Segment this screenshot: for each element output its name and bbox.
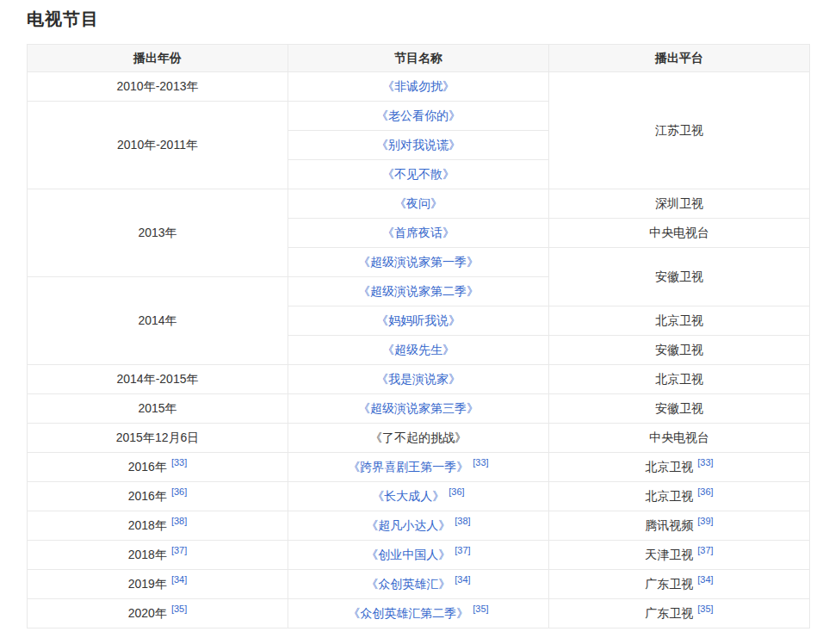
year-text: 2016年: [128, 489, 167, 503]
reference-link[interactable]: [34]: [455, 574, 470, 585]
year-cell: 2015年: [28, 394, 288, 424]
program-cell: 《非诚勿扰》: [288, 72, 549, 102]
column-header-2: 播出平台: [549, 45, 810, 72]
program-link[interactable]: 《首席夜话》: [382, 226, 455, 239]
column-header-1: 节目名称: [288, 45, 549, 72]
platform-text: 北京卫视: [645, 489, 693, 503]
tv-programs-table: 播出年份节目名称播出平台 2010年-2013年《非诚勿扰》江苏卫视2010年-…: [27, 44, 810, 629]
reference-link[interactable]: [38]: [455, 516, 470, 526]
platform-cell: 深圳卫视: [549, 189, 810, 219]
reference-link[interactable]: [36]: [697, 486, 713, 497]
platform-text: 安徽卫视: [655, 269, 703, 283]
reference: [39]: [697, 516, 713, 526]
program-link[interactable]: 《超级演说家第一季》: [358, 255, 479, 269]
platform-cell: 天津卫视[37]: [549, 541, 810, 570]
table-body: 2010年-2013年《非诚勿扰》江苏卫视2010年-2011年《老公看你的》《…: [28, 72, 810, 629]
reference-link[interactable]: [34]: [697, 574, 713, 585]
platform-text: 中央电视台: [649, 430, 709, 444]
table-row: 2019年[34]《众创英雄汇》[34]广东卫视[34]: [28, 570, 810, 599]
year-cell: 2018年[37]: [28, 541, 288, 570]
platform-cell: 北京卫视: [549, 307, 810, 336]
table-row: 2014年-2015年《我是演说家》北京卫视: [28, 365, 810, 394]
reference-link[interactable]: [33]: [697, 457, 713, 468]
reference: [34]: [171, 574, 187, 585]
reference-link[interactable]: [37]: [455, 545, 470, 555]
reference-link[interactable]: [35]: [697, 604, 713, 614]
program-link[interactable]: 《超级演说家第三季》: [358, 401, 479, 415]
program-cell: 《众创英雄汇第二季》[35]: [288, 599, 549, 629]
reference-link[interactable]: [36]: [449, 486, 464, 497]
year-cell: 2019年[34]: [28, 570, 288, 599]
program-link[interactable]: 《长大成人》: [372, 489, 444, 503]
platform-text: 广东卫视: [645, 606, 693, 620]
reference-link[interactable]: [35]: [171, 604, 187, 614]
reference: [35]: [697, 604, 713, 614]
table-row: 2013年《夜问》深圳卫视: [28, 189, 810, 219]
platform-text: 深圳卫视: [655, 196, 703, 210]
program-link[interactable]: 《我是演说家》: [376, 372, 461, 386]
program-link[interactable]: 《跨界喜剧王第一季》: [348, 460, 468, 474]
reference-link[interactable]: [38]: [171, 516, 187, 526]
program-cell: 《夜问》: [288, 189, 549, 219]
reference: [37]: [171, 545, 187, 555]
reference-link[interactable]: [33]: [171, 457, 187, 468]
program-link[interactable]: 《众创英雄汇第二季》: [348, 606, 468, 620]
program-link[interactable]: 《超级先生》: [382, 343, 455, 356]
reference-link[interactable]: [39]: [697, 516, 713, 526]
platform-text: 广东卫视: [645, 577, 693, 591]
reference-link[interactable]: [37]: [697, 545, 713, 555]
year-text: 2019年: [128, 577, 167, 591]
program-link[interactable]: 《夜问》: [394, 196, 442, 210]
program-text: 《了不起的挑战》: [370, 430, 467, 444]
platform-cell: 中央电视台: [549, 424, 810, 453]
reference: [33]: [171, 457, 187, 468]
table-row: 2015年12月6日《了不起的挑战》中央电视台: [28, 424, 810, 453]
reference: [34]: [697, 574, 713, 585]
program-cell: 《我是演说家》: [288, 365, 549, 394]
year-cell: 2014年: [28, 277, 288, 365]
reference-link[interactable]: [36]: [171, 486, 187, 497]
year-cell: 2016年[36]: [28, 482, 288, 511]
platform-cell: 安徽卫视: [549, 394, 810, 424]
platform-text: 北京卫视: [655, 372, 703, 386]
reference-link[interactable]: [35]: [473, 604, 488, 614]
program-cell: 《超级演说家第一季》: [288, 248, 549, 277]
year-cell: 2016年[33]: [28, 453, 288, 482]
column-header-0: 播出年份: [28, 45, 288, 72]
platform-text: 安徽卫视: [655, 401, 703, 415]
program-link[interactable]: 《众创英雄汇》: [366, 577, 450, 591]
reference: [33]: [473, 457, 488, 468]
year-cell: 2015年12月6日: [28, 424, 288, 453]
year-cell: 2013年: [28, 189, 288, 277]
platform-cell: 腾讯视频[39]: [549, 511, 810, 541]
year-text: 2018年: [128, 518, 167, 532]
program-link[interactable]: 《不见不散》: [382, 167, 455, 181]
reference-link[interactable]: [37]: [171, 545, 187, 555]
program-link[interactable]: 《超级演说家第二季》: [358, 284, 479, 298]
reference: [36]: [171, 486, 187, 497]
table-row: 2016年[33]《跨界喜剧王第一季》[33]北京卫视[33]: [28, 453, 810, 482]
program-link[interactable]: 《老公看你的》: [376, 108, 461, 122]
year-text: 2015年: [138, 401, 176, 415]
reference-link[interactable]: [33]: [473, 457, 488, 468]
table-row: 2016年[36]《长大成人》[36]北京卫视[36]: [28, 482, 810, 511]
program-link[interactable]: 《创业中国人》: [366, 548, 450, 561]
program-link[interactable]: 《妈妈听我说》: [376, 313, 461, 327]
program-link[interactable]: 《非诚勿扰》: [382, 79, 455, 93]
platform-cell: 中央电视台: [549, 219, 810, 248]
year-cell: 2010年-2011年: [28, 102, 288, 189]
section-title: 电视节目: [27, 9, 811, 29]
program-link[interactable]: 《超凡小达人》: [366, 518, 450, 532]
program-cell: 《长大成人》[36]: [288, 482, 549, 511]
program-cell: 《首席夜话》: [288, 219, 549, 248]
platform-text: 安徽卫视: [655, 343, 703, 356]
platform-text: 天津卫视: [645, 548, 693, 561]
program-link[interactable]: 《别对我说谎》: [376, 138, 461, 152]
program-cell: 《老公看你的》: [288, 102, 549, 131]
platform-cell: 江苏卫视: [549, 72, 810, 189]
year-text: 2016年: [128, 460, 167, 474]
reference-link[interactable]: [34]: [171, 574, 187, 585]
reference: [36]: [449, 486, 464, 497]
table-header-row: 播出年份节目名称播出平台: [28, 45, 810, 72]
program-cell: 《超级演说家第二季》: [288, 277, 549, 307]
